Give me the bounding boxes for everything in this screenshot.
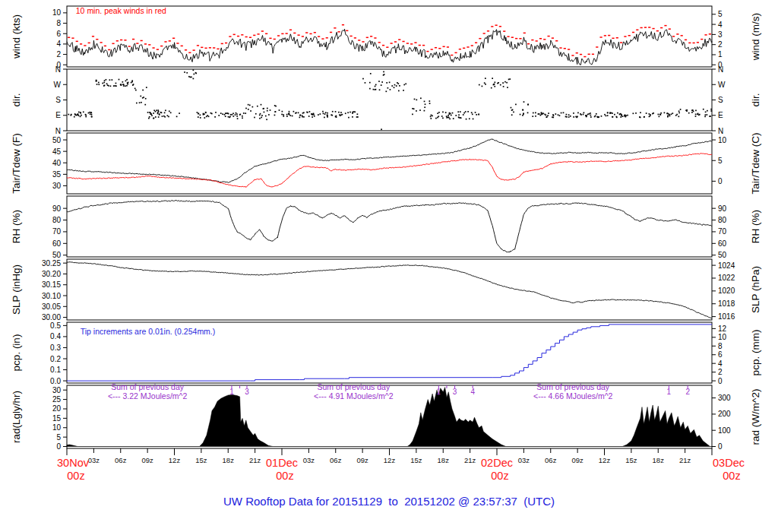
- dir-dot: [113, 85, 115, 87]
- dir-dot: [139, 102, 141, 103]
- wind-ytick-left: 4: [56, 40, 61, 48]
- dir-dot: [492, 78, 493, 79]
- dir-ytick-left: S: [55, 96, 61, 104]
- dir-dot: [449, 119, 451, 120]
- x-axis: 03z06z09z12z15z18z21z03z06z09z12z15z18z2…: [57, 448, 745, 482]
- dir-dot: [624, 116, 625, 117]
- dir-dot: [697, 113, 699, 115]
- dir-dot: [420, 97, 422, 99]
- dir-dot: [204, 113, 205, 115]
- panel-rad: 0510152025300100200300rad(Lgly/hr)rad (W…: [11, 382, 761, 451]
- dir-dot: [340, 114, 342, 116]
- dir-dot: [669, 116, 671, 117]
- x-day-hour-label: 00z: [276, 470, 293, 482]
- dir-dot: [394, 87, 395, 88]
- dir-dot: [159, 114, 160, 116]
- dir-dot: [362, 78, 364, 80]
- dir-dot: [224, 114, 226, 116]
- dir-ytick-left: N: [55, 127, 61, 135]
- panel-pcp: 0.00.10.20.30.40.5024681012pcp. (in)pcp.…: [11, 321, 761, 385]
- x-day-label: 01Dec: [266, 457, 298, 469]
- rad-annotation: Sum of previous day: [536, 382, 609, 391]
- dir-dot: [225, 116, 226, 117]
- dir-dot: [397, 83, 399, 84]
- dir-dot: [155, 116, 157, 118]
- dir-dot: [547, 115, 549, 116]
- dir-dot: [131, 82, 132, 84]
- dir-dot: [266, 119, 267, 120]
- dir-dot: [473, 119, 474, 120]
- dir-dot: [195, 73, 197, 74]
- dir-dot: [236, 113, 238, 115]
- dir-dot: [267, 110, 268, 112]
- dir-dot: [383, 71, 384, 73]
- slp-ytick-right: 1024: [718, 261, 735, 270]
- rh-axis-label-left: RH (%): [11, 210, 22, 243]
- wind-ytick-right: 1: [718, 50, 723, 59]
- dir-dot: [150, 113, 152, 115]
- dir-dot: [710, 109, 712, 110]
- dir-dot: [282, 111, 283, 112]
- dir-frame: [67, 69, 712, 131]
- dir-dot: [356, 116, 358, 118]
- dir-dot: [145, 98, 147, 100]
- dir-dot: [126, 79, 128, 81]
- dir-dot: [538, 113, 539, 115]
- dir-dot: [237, 118, 239, 119]
- dir-dot: [375, 86, 376, 87]
- dir-dot: [425, 103, 426, 105]
- dir-dot: [302, 116, 303, 118]
- temp-ytick-left: 45: [52, 147, 62, 156]
- dir-dot: [667, 112, 669, 114]
- dir-ytick-right: E: [718, 111, 723, 119]
- dir-dot: [669, 114, 670, 116]
- dir-dot: [91, 116, 93, 118]
- rh-ytick-left: 90: [52, 204, 62, 213]
- dir-dot: [200, 117, 201, 119]
- dir-dot: [678, 110, 680, 112]
- dir-dot: [584, 112, 585, 113]
- dir-dot: [559, 115, 561, 116]
- dir-dot: [573, 112, 574, 114]
- dir-dot: [502, 82, 504, 84]
- dir-dot: [506, 82, 508, 84]
- dir-dot: [445, 112, 447, 113]
- dir-dot: [309, 111, 311, 112]
- dir-dot: [659, 114, 661, 116]
- dir-dot: [467, 111, 469, 112]
- dir-dot: [312, 116, 313, 118]
- dir-dot: [437, 112, 438, 114]
- rh-ytick-right: 90: [718, 204, 727, 213]
- dir-dot: [319, 113, 321, 115]
- dir-dot: [283, 114, 284, 116]
- dir-dot: [664, 112, 666, 114]
- pcp-ytick-right: 10: [718, 333, 727, 341]
- x-hour-label: 12z: [384, 456, 396, 464]
- dir-dot: [448, 116, 449, 118]
- dir-dot: [303, 112, 305, 113]
- dir-dot: [369, 82, 371, 84]
- dir-dot: [261, 104, 262, 106]
- dir-dot: [494, 81, 495, 83]
- dir-dot: [128, 82, 129, 84]
- meteogram-figure: 0246810012345wind (kts)wind (m/s)10 min.…: [0, 0, 778, 532]
- x-hour-label: 12z: [599, 456, 611, 464]
- pcp-axis-label-left: pcp. (in): [11, 334, 22, 372]
- dir-dot: [106, 83, 108, 84]
- dir-dot: [449, 113, 451, 115]
- slp-ytick-right: 1022: [718, 274, 735, 282]
- dir-dot: [710, 110, 712, 112]
- dir-dot: [385, 90, 387, 92]
- dir-dot: [448, 115, 449, 116]
- wind-axis-label-right: wind (m/s): [750, 13, 761, 61]
- dir-dot: [160, 112, 162, 113]
- x-hour-label: 21z: [249, 456, 261, 464]
- wind-ytick-right: 4: [718, 21, 723, 29]
- dir-dot: [242, 116, 243, 117]
- rad-annotation: <--- 3.22 MJoules/m^2: [108, 391, 188, 401]
- dir-axis-label-left: dir.: [11, 93, 22, 106]
- dir-dot: [236, 116, 238, 117]
- dir-dot: [667, 116, 669, 118]
- dir-dot: [127, 84, 128, 85]
- dir-dot: [268, 114, 270, 116]
